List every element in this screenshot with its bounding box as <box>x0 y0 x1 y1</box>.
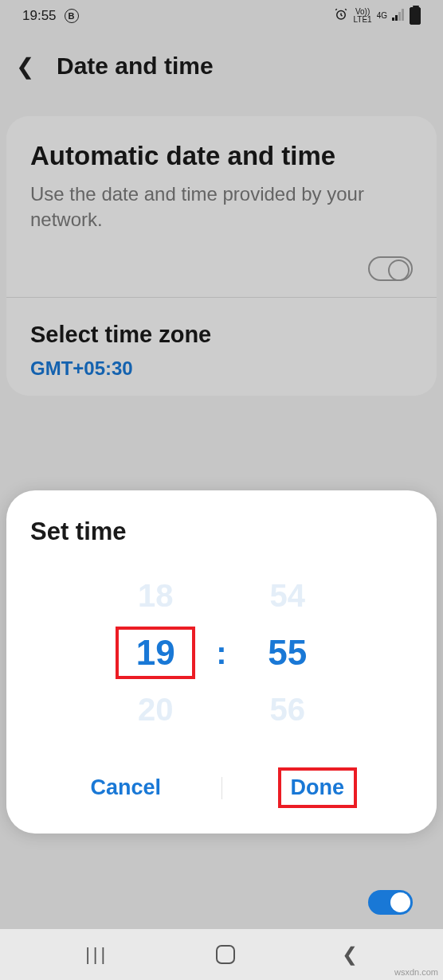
set-time-dialog: Set time 18 19 20 : 54 55 56 Cancel Done <box>6 490 437 834</box>
timezone-label: Select time zone <box>30 322 413 348</box>
cancel-label: Cancel <box>90 775 161 799</box>
time-picker: 18 19 20 : 54 55 56 <box>30 578 413 728</box>
alarm-icon <box>334 7 348 25</box>
automatic-date-time-section[interactable]: Automatic date and time Use the date and… <box>30 140 413 281</box>
minute-selected[interactable]: 55 <box>249 628 326 677</box>
divider <box>6 297 437 298</box>
hour-next[interactable]: 20 <box>138 692 174 728</box>
dialog-title: Set time <box>30 517 413 546</box>
watermark: wsxdn.com <box>394 967 438 977</box>
page-title: Date and time <box>57 53 214 80</box>
page-header: ❮ Date and time <box>0 43 443 89</box>
auto-date-subtitle: Use the date and time provided by your n… <box>30 182 413 233</box>
auto-date-toggle[interactable] <box>368 256 413 281</box>
svg-rect-2 <box>395 15 398 21</box>
back-icon[interactable]: ❮ <box>16 53 34 80</box>
recents-icon[interactable]: ||| <box>85 944 108 965</box>
done-button[interactable]: Done <box>222 763 414 813</box>
status-bar: 19:55 B Vo))LTE1 4G <box>0 0 443 32</box>
volte-icon: Vo))LTE1 <box>353 8 371 24</box>
svg-rect-1 <box>392 18 394 21</box>
hidden-toggle-on[interactable] <box>368 890 413 915</box>
done-label: Done <box>281 771 355 805</box>
minute-picker[interactable]: 54 55 56 <box>249 578 326 728</box>
auto-date-title: Automatic date and time <box>30 140 413 172</box>
minute-prev[interactable]: 54 <box>269 578 305 614</box>
signal-icon <box>392 8 405 25</box>
minute-next[interactable]: 56 <box>269 692 305 728</box>
status-right: Vo))LTE1 4G <box>334 7 421 25</box>
dialog-actions: Cancel Done <box>30 763 413 813</box>
badge-b-icon: B <box>65 9 79 23</box>
select-timezone-section[interactable]: Select time zone GMT+05:30 <box>30 322 413 380</box>
svg-rect-4 <box>402 9 404 21</box>
status-time: 19:55 <box>22 8 57 24</box>
hour-picker[interactable]: 18 19 20 <box>117 578 194 728</box>
status-left: 19:55 B <box>22 8 79 24</box>
cancel-button[interactable]: Cancel <box>30 767 222 808</box>
navigation-bar: ||| ❮ <box>0 929 443 980</box>
cell-icon: 4G <box>377 12 387 20</box>
battery-icon <box>410 7 421 25</box>
hour-selected[interactable]: 19 <box>117 628 194 677</box>
settings-card: Automatic date and time Use the date and… <box>6 116 437 396</box>
home-icon[interactable] <box>216 945 235 964</box>
timezone-value: GMT+05:30 <box>30 357 413 380</box>
svg-rect-3 <box>398 12 401 21</box>
time-colon: : <box>216 635 226 671</box>
nav-back-icon[interactable]: ❮ <box>342 943 358 966</box>
hour-prev[interactable]: 18 <box>138 578 174 614</box>
